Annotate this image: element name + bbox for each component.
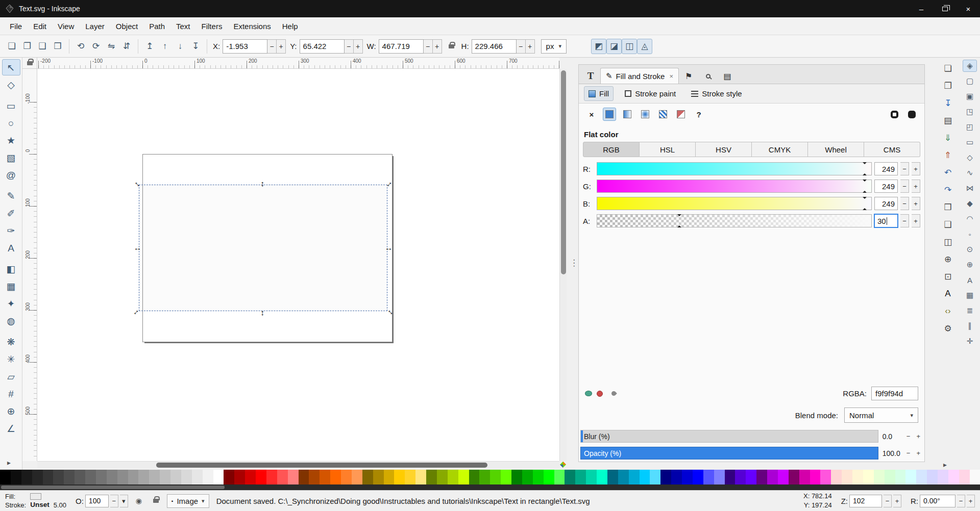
open-document-button[interactable]: ❐ xyxy=(941,79,955,92)
x-increment[interactable]: + xyxy=(277,39,286,54)
flip-vertical-button[interactable]: ⇵ xyxy=(119,39,134,54)
palette-swatch[interactable] xyxy=(32,470,43,484)
object-opacity-decrement[interactable]: − xyxy=(110,495,118,507)
linear-gradient-button[interactable] xyxy=(621,108,634,121)
stroke-width[interactable]: 5.00 xyxy=(54,501,66,509)
palette-swatch[interactable] xyxy=(799,470,810,484)
snap-grid[interactable]: ≣ xyxy=(963,304,977,317)
tab-stroke-style[interactable]: Stroke style xyxy=(687,87,746,100)
palette-swatch[interactable] xyxy=(693,470,703,484)
palette-swatch[interactable] xyxy=(415,470,426,484)
rotation-decrement[interactable]: − xyxy=(957,495,965,507)
palette-swatch[interactable] xyxy=(203,470,213,484)
raise-button[interactable]: ↑ xyxy=(157,39,173,54)
menu-layer[interactable]: Layer xyxy=(80,19,110,33)
palette-swatch[interactable] xyxy=(288,470,299,484)
snap-bbox[interactable]: ▢ xyxy=(963,75,977,87)
snap-nodes[interactable]: ◇ xyxy=(963,151,977,164)
palette-swatch[interactable] xyxy=(885,470,895,484)
palette-swatch[interactable] xyxy=(384,470,395,484)
snap-bbox-centers[interactable]: ▭ xyxy=(963,136,977,148)
menu-help[interactable]: Help xyxy=(277,19,304,33)
maximize-button[interactable] xyxy=(933,0,957,17)
palette-swatch[interactable] xyxy=(660,470,671,484)
palette-swatch[interactable] xyxy=(629,470,640,484)
colorspace-tab-rgb[interactable]: RGB xyxy=(583,142,640,157)
text-dialog-button[interactable]: A xyxy=(941,287,955,300)
palette-swatch[interactable] xyxy=(64,470,75,484)
palette-swatch[interactable] xyxy=(299,470,309,484)
w-increment[interactable]: + xyxy=(433,39,442,54)
channel-a-input[interactable]: 30 xyxy=(874,214,898,227)
tweak-tool[interactable]: ❋ xyxy=(2,334,20,350)
menu-extensions[interactable]: Extensions xyxy=(228,19,276,33)
undo-button[interactable]: ↶ xyxy=(941,166,955,179)
pattern-button[interactable] xyxy=(656,108,670,121)
vertical-scrollbar-thumb[interactable] xyxy=(561,70,566,274)
palette-swatch[interactable] xyxy=(522,470,533,484)
channel-b-decrement[interactable]: − xyxy=(900,197,909,210)
palette-swatch[interactable] xyxy=(405,470,415,484)
opacity-slider[interactable]: Opacity (%) xyxy=(580,447,878,459)
palette-swatch[interactable] xyxy=(810,470,821,484)
scale-handle-bottom-left[interactable]: ↕ xyxy=(133,308,141,316)
snap-paths[interactable]: ∿ xyxy=(963,167,977,179)
scale-stroke-toggle[interactable]: ◩ xyxy=(591,39,606,54)
palette-swatch[interactable] xyxy=(554,470,565,484)
palette-swatch[interactable] xyxy=(618,470,629,484)
node-tool[interactable]: ◇ xyxy=(2,76,20,93)
scale-handle-top[interactable]: ↕ xyxy=(261,180,265,187)
zoom-tool[interactable]: ⊕ xyxy=(2,403,20,419)
lock-ratio-toggle[interactable] xyxy=(444,39,459,54)
ruler-corner[interactable] xyxy=(22,58,37,69)
palette-swatch[interactable] xyxy=(714,470,725,484)
palette-scrollbar[interactable] xyxy=(0,484,980,490)
blur-slider[interactable]: Blur (%) xyxy=(580,430,878,443)
palette-swatch[interactable] xyxy=(373,470,384,484)
mesh-tool[interactable]: ▦ xyxy=(2,278,20,294)
dropper-tool[interactable]: ✦ xyxy=(2,295,20,312)
colorspace-tab-hsl[interactable]: HSL xyxy=(640,142,696,157)
snap-cusp-nodes[interactable]: ◆ xyxy=(963,197,977,210)
out-of-gamut-icon[interactable] xyxy=(597,391,603,397)
palette-swatch[interactable] xyxy=(970,470,980,484)
palette-swatch[interactable] xyxy=(245,470,256,484)
blur-value[interactable]: 0.0 xyxy=(880,432,902,441)
palette-swatch[interactable] xyxy=(682,470,693,484)
tab-close-icon[interactable]: × xyxy=(669,72,673,80)
deselect-button[interactable]: ❑ xyxy=(35,39,50,54)
palette-swatch[interactable] xyxy=(789,470,799,484)
channel-r-input[interactable]: 249 xyxy=(874,162,898,175)
palette-swatch[interactable] xyxy=(192,470,203,484)
palette-swatch[interactable] xyxy=(948,470,959,484)
palette-swatch[interactable] xyxy=(916,470,927,484)
channel-b-increment[interactable]: + xyxy=(912,197,920,210)
palette-swatch[interactable] xyxy=(53,470,64,484)
vertical-scrollbar[interactable] xyxy=(559,69,567,461)
zoom-increment[interactable]: + xyxy=(893,495,901,507)
stroke-value[interactable]: Unset xyxy=(30,501,50,509)
blur-decrement[interactable]: − xyxy=(904,431,913,442)
palette-swatch[interactable] xyxy=(117,470,128,484)
blur-increment[interactable]: + xyxy=(914,431,922,442)
scale-handle-left[interactable]: ↔ xyxy=(134,244,141,251)
palette-swatch[interactable] xyxy=(341,470,352,484)
opacity-increment[interactable]: + xyxy=(914,448,922,459)
w-input[interactable]: 467.719 xyxy=(379,39,424,54)
transform-patterns-toggle[interactable]: ◬ xyxy=(637,39,652,54)
select-all-layers-button[interactable]: ❐ xyxy=(19,39,35,54)
minimize-button[interactable]: – xyxy=(910,0,933,17)
palette-swatch[interactable] xyxy=(575,470,586,484)
new-document-button[interactable]: ❏ xyxy=(941,62,955,75)
palette-swatch[interactable] xyxy=(959,470,970,484)
palette-swatch[interactable] xyxy=(703,470,714,484)
palette-swatch[interactable] xyxy=(394,470,405,484)
horizontal-scrollbar[interactable] xyxy=(37,461,559,468)
zoom-page-button[interactable]: ⊡ xyxy=(941,270,955,283)
colorspace-tab-cmyk[interactable]: CMYK xyxy=(752,142,808,157)
preferences-button[interactable]: ⚙ xyxy=(941,322,955,335)
h-decrement[interactable]: − xyxy=(517,39,526,54)
channel-g-decrement[interactable]: − xyxy=(900,180,909,193)
channel-b-slider[interactable] xyxy=(597,197,872,210)
copy-button[interactable]: ❒ xyxy=(941,200,955,214)
